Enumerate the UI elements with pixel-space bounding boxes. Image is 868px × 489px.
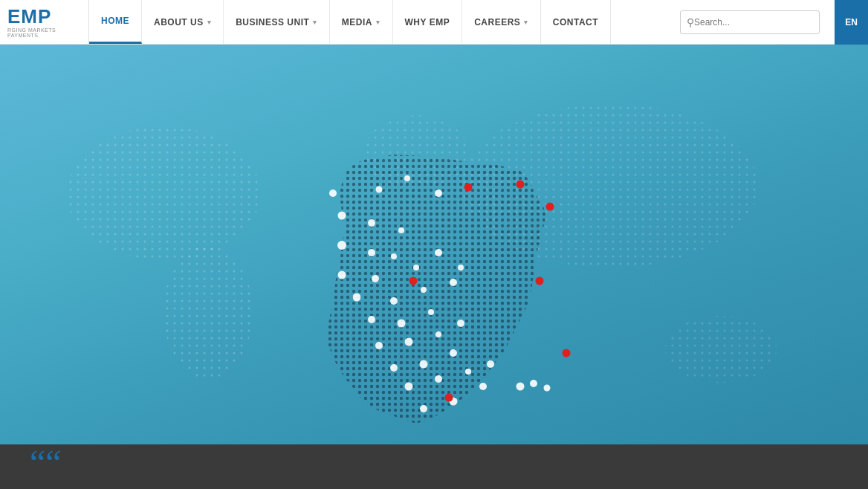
svg-point-18 [368, 249, 375, 256]
svg-point-25 [353, 294, 361, 302]
svg-point-40 [435, 375, 442, 383]
world-map-svg [0, 45, 868, 444]
search-box: ⚲ [680, 10, 820, 34]
svg-point-11 [376, 187, 383, 193]
logo-emp: EMP [7, 7, 88, 26]
svg-point-49 [464, 184, 473, 192]
svg-point-39 [405, 383, 413, 391]
svg-point-47 [544, 385, 551, 392]
svg-point-24 [458, 265, 464, 271]
svg-point-22 [413, 265, 419, 271]
svg-point-53 [536, 277, 544, 285]
svg-point-15 [368, 219, 375, 227]
svg-point-2 [163, 245, 253, 379]
logo-subtitle: RGING MARKETS PAYMENTS [7, 27, 88, 38]
chevron-down-icon: ▾ [376, 19, 380, 26]
nav-item-about-us[interactable]: ABOUT US ▾ [142, 0, 224, 44]
nav-items: HOME ABOUT US ▾ BUSINESS UNIT ▾ MEDIA ▾ … [89, 0, 673, 44]
nav-item-home[interactable]: HOME [89, 0, 142, 44]
svg-point-21 [372, 275, 379, 282]
search-area: ⚲ [673, 10, 827, 34]
svg-point-10 [329, 190, 337, 197]
svg-point-36 [390, 364, 398, 372]
svg-point-34 [435, 331, 441, 337]
search-icon[interactable]: ⚲ [687, 16, 694, 28]
nav-label-business-unit: BUSINESS UNIT [236, 17, 309, 27]
svg-point-30 [398, 320, 406, 328]
footer-bar: ““ [0, 444, 868, 489]
svg-point-16 [398, 227, 404, 233]
chevron-down-icon: ▾ [313, 19, 317, 26]
nav-label-about-us: ABOUT US [154, 17, 204, 27]
nav-item-careers[interactable]: CAREERS ▾ [462, 0, 541, 44]
svg-point-19 [391, 253, 397, 259]
nav-label-careers: CAREERS [474, 17, 520, 27]
svg-point-26 [390, 297, 398, 305]
svg-point-12 [404, 175, 410, 181]
svg-point-23 [435, 249, 442, 256]
logo-area: EMP RGING MARKETS PAYMENTS [0, 0, 89, 45]
svg-point-5 [665, 316, 777, 383]
search-input[interactable] [694, 17, 813, 27]
svg-point-52 [409, 277, 418, 285]
svg-point-28 [450, 279, 457, 286]
nav-item-business-unit[interactable]: BUSINESS UNIT ▾ [224, 0, 330, 44]
svg-point-43 [420, 405, 427, 412]
svg-point-32 [375, 342, 383, 349]
svg-point-42 [487, 360, 494, 368]
chevron-down-icon: ▾ [524, 19, 528, 26]
svg-point-46 [530, 380, 537, 387]
svg-point-33 [405, 338, 413, 346]
svg-point-31 [428, 309, 434, 315]
navbar: EMP RGING MARKETS PAYMENTS HOME ABOUT US… [0, 0, 868, 45]
svg-point-17 [337, 241, 346, 250]
language-button[interactable]: EN [835, 0, 868, 45]
svg-point-54 [563, 349, 571, 357]
svg-point-55 [445, 394, 453, 402]
svg-point-14 [338, 212, 346, 220]
svg-point-29 [368, 316, 375, 323]
svg-point-45 [516, 383, 525, 391]
svg-point-13 [435, 190, 442, 197]
nav-label-home: HOME [101, 16, 129, 26]
svg-point-48 [479, 383, 487, 390]
svg-point-20 [338, 271, 346, 279]
svg-point-41 [465, 369, 471, 375]
svg-point-50 [516, 181, 525, 189]
svg-point-1 [67, 126, 260, 260]
nav-label-why-emp: WHY EMP [405, 17, 450, 27]
nav-label-contact: CONTACT [553, 17, 598, 27]
chevron-down-icon: ▾ [207, 19, 212, 26]
svg-point-51 [546, 203, 554, 211]
nav-item-media[interactable]: MEDIA ▾ [330, 0, 393, 44]
svg-point-35 [457, 320, 464, 327]
main-map-area [0, 45, 868, 444]
svg-point-27 [421, 287, 427, 293]
svg-point-38 [450, 349, 457, 357]
nav-label-media: MEDIA [342, 17, 372, 27]
svg-point-37 [420, 360, 428, 369]
nav-item-contact[interactable]: CONTACT [541, 0, 611, 44]
quote-mark: ““ [30, 445, 62, 481]
nav-item-why-emp[interactable]: WHY EMP [393, 0, 463, 44]
